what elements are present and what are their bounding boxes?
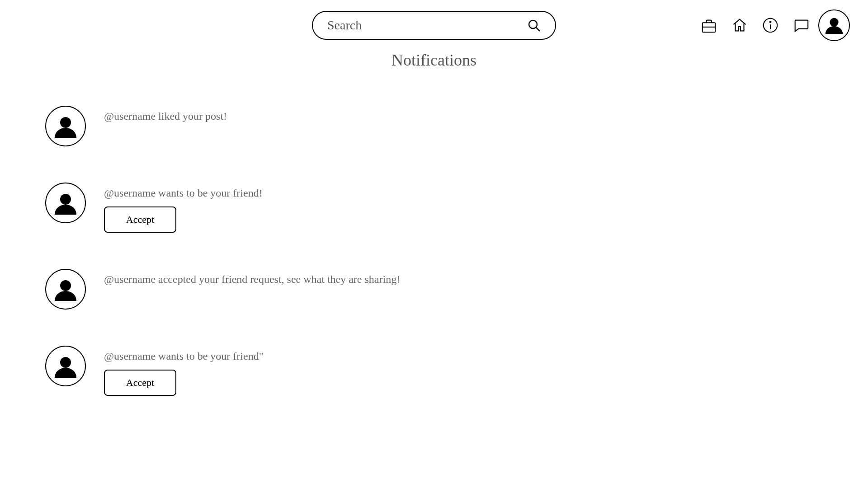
accept-button[interactable]: Accept: [104, 206, 176, 233]
notification-text: @username wants to be your friend!: [104, 187, 263, 199]
user-avatar-icon: [52, 189, 79, 216]
info-icon: [762, 17, 779, 34]
notification-content: @username accepted your friend request, …: [104, 269, 400, 286]
page-title: Notifications: [0, 51, 868, 70]
info-icon-button[interactable]: [757, 12, 784, 39]
search-bar[interactable]: Search: [312, 11, 556, 40]
page-title-container: Notifications: [0, 51, 868, 70]
notifications-list: @username liked your post! @username wan…: [0, 88, 868, 414]
svg-line-1: [536, 28, 540, 31]
svg-point-9: [60, 194, 71, 205]
chat-icon: [793, 17, 810, 34]
notification-text: @username liked your post!: [104, 110, 227, 122]
notification-text: @username accepted your friend request, …: [104, 273, 400, 286]
search-icon: [527, 19, 541, 32]
notification-content: @username liked your post!: [104, 106, 227, 122]
search-bar-container: Search: [312, 11, 556, 40]
svg-point-6: [770, 21, 771, 23]
avatar: [45, 106, 86, 146]
notification-item: @username wants to be your friend!Accept: [45, 164, 823, 251]
notification-item: @username accepted your friend request, …: [45, 251, 823, 328]
svg-point-10: [60, 280, 71, 291]
header: Search: [0, 0, 868, 51]
home-icon-button[interactable]: [726, 12, 753, 39]
svg-point-0: [529, 20, 537, 28]
notification-text: @username wants to be your friend": [104, 350, 263, 362]
home-icon: [731, 17, 748, 34]
user-avatar-icon: [52, 276, 79, 303]
avatar: [45, 183, 86, 223]
avatar: [45, 346, 86, 386]
chat-icon-button[interactable]: [788, 12, 815, 39]
notification-item: @username wants to be your friend"Accept: [45, 328, 823, 414]
nav-icons: [695, 9, 850, 41]
avatar: [45, 269, 86, 310]
svg-point-7: [830, 18, 838, 27]
profile-avatar-icon: [823, 14, 845, 36]
accept-button[interactable]: Accept: [104, 370, 176, 396]
notification-content: @username wants to be your friend!Accept: [104, 183, 263, 233]
notification-item: @username liked your post!: [45, 88, 823, 164]
notification-content: @username wants to be your friend"Accept: [104, 346, 263, 396]
briefcase-icon: [700, 17, 717, 34]
svg-point-8: [60, 117, 71, 128]
user-avatar-icon: [52, 352, 79, 380]
search-placeholder: Search: [327, 18, 520, 33]
user-avatar-icon: [52, 113, 79, 140]
briefcase-icon-button[interactable]: [695, 12, 722, 39]
profile-icon-button[interactable]: [818, 9, 850, 41]
svg-point-11: [60, 357, 71, 368]
